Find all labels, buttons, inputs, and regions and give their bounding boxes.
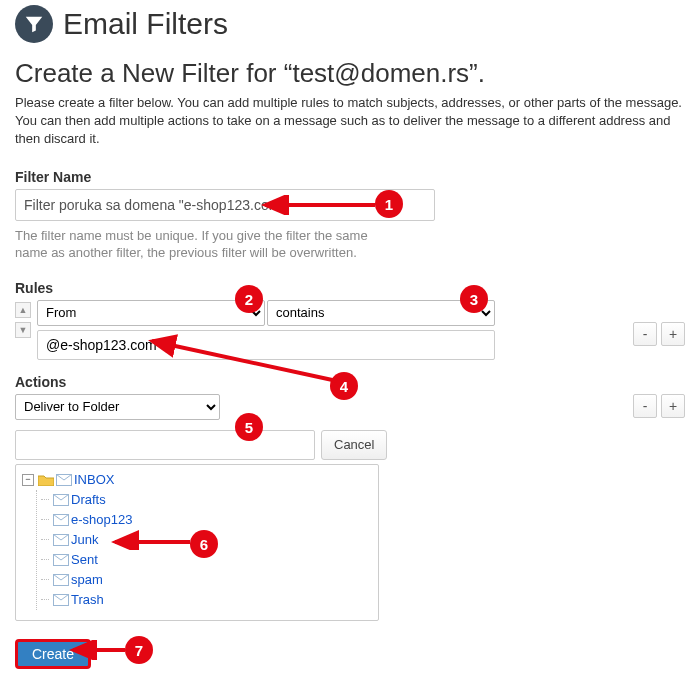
- folder-path-input[interactable]: [15, 430, 315, 460]
- mail-icon: [53, 514, 69, 526]
- tree-item-label: e-shop123: [71, 512, 132, 527]
- mail-icon: [53, 494, 69, 506]
- mail-icon: [53, 574, 69, 586]
- filter-name-help: The filter name must be unique. If you g…: [15, 227, 385, 262]
- rule-handle-down-icon[interactable]: ▼: [15, 322, 31, 338]
- cancel-button[interactable]: Cancel: [321, 430, 387, 460]
- rule-field-select[interactable]: From: [37, 300, 265, 326]
- tree-item[interactable]: Junk: [41, 530, 372, 550]
- page-subtitle: Create a New Filter for “test@domen.rs”.: [15, 58, 685, 89]
- tree-item-label: Junk: [71, 532, 98, 547]
- rule-condition-select[interactable]: contains: [267, 300, 495, 326]
- tree-collapse-icon[interactable]: −: [22, 474, 34, 486]
- intro-text: Please create a filter below. You can ad…: [15, 94, 685, 149]
- mail-icon: [53, 594, 69, 606]
- page-header: Email Filters: [15, 5, 685, 43]
- tree-item[interactable]: spam: [41, 570, 372, 590]
- page-title: Email Filters: [63, 7, 228, 41]
- tree-root-row[interactable]: − INBOX: [22, 470, 372, 490]
- tree-item-label: Sent: [71, 552, 98, 567]
- annotation-callout-7: 7: [125, 636, 153, 664]
- rule-remove-button[interactable]: -: [633, 322, 657, 346]
- rules-label: Rules: [15, 280, 685, 296]
- mail-icon: [56, 474, 72, 486]
- tree-item[interactable]: e-shop123: [41, 510, 372, 530]
- folder-tree: − INBOX Draftse-shop123JunkSentspamTrash: [15, 464, 379, 621]
- action-row: Deliver to Folder Cancel − INBOX Draftse…: [15, 394, 685, 621]
- rule-drag-handles: ▲ ▼: [15, 302, 31, 338]
- filter-name-label: Filter Name: [15, 169, 685, 185]
- mail-icon: [53, 554, 69, 566]
- create-button[interactable]: Create: [15, 639, 91, 669]
- funnel-icon: [15, 5, 53, 43]
- rule-handle-up-icon[interactable]: ▲: [15, 302, 31, 318]
- tree-item[interactable]: Sent: [41, 550, 372, 570]
- filter-name-input[interactable]: [15, 189, 435, 221]
- mail-icon: [53, 534, 69, 546]
- rule-add-button[interactable]: +: [661, 322, 685, 346]
- rule-row: ▲ ▼ From contains - +: [15, 300, 685, 360]
- tree-item-label: Drafts: [71, 492, 106, 507]
- tree-root-label[interactable]: INBOX: [74, 472, 114, 487]
- actions-label: Actions: [15, 374, 685, 390]
- folder-icon: [38, 474, 54, 486]
- action-add-button[interactable]: +: [661, 394, 685, 418]
- tree-item-label: spam: [71, 572, 103, 587]
- action-select[interactable]: Deliver to Folder: [15, 394, 220, 420]
- tree-item[interactable]: Drafts: [41, 490, 372, 510]
- rule-value-input[interactable]: [37, 330, 495, 360]
- tree-item-label: Trash: [71, 592, 104, 607]
- tree-item[interactable]: Trash: [41, 590, 372, 610]
- action-remove-button[interactable]: -: [633, 394, 657, 418]
